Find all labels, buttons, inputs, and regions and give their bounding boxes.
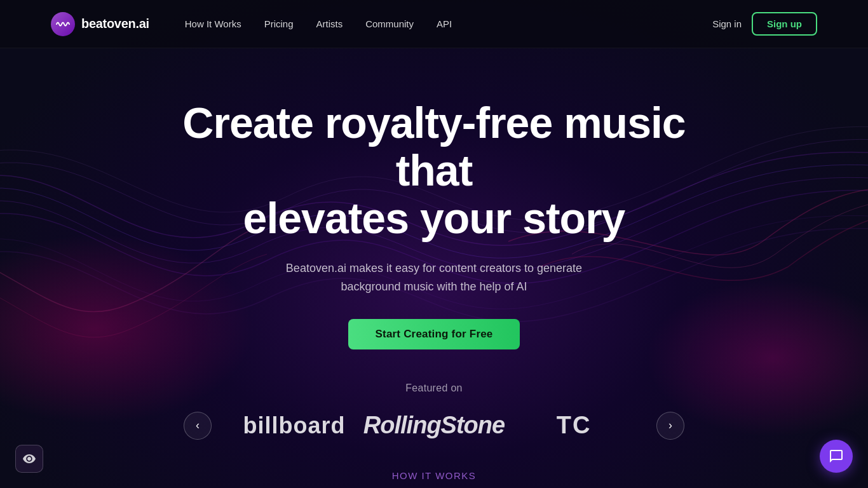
nav-api[interactable]: API <box>426 13 462 34</box>
chevron-left-icon: ‹ <box>196 419 200 432</box>
techcrunch-logo-text: TC <box>557 412 592 439</box>
hero-title-line1: Create royalty-free music that <box>182 98 685 194</box>
rollingstone-logo: RollingStone <box>364 412 504 439</box>
hero-title: Create royalty-free music that elevates … <box>148 99 720 241</box>
how-label: How It Works <box>0 470 868 481</box>
logo-waveform-icon <box>55 18 71 30</box>
sign-up-button[interactable]: Sign up <box>752 12 817 36</box>
nav-how-it-works[interactable]: How It Works <box>175 13 252 34</box>
carousel-prev-button[interactable]: ‹ <box>184 412 212 440</box>
navbar: beatoven.ai How It Works Pricing Artists… <box>0 0 868 48</box>
logo-icon <box>51 12 75 36</box>
billboard-logo: billboard <box>224 412 364 439</box>
hero-section: Create royalty-free music that elevates … <box>0 48 868 349</box>
techcrunch-logo: TC <box>504 412 644 439</box>
cta-button[interactable]: Start Creating for Free <box>348 319 519 349</box>
logos-row: ‹ billboard RollingStone TC › <box>0 412 868 440</box>
rollingstone-logo-text: RollingStone <box>363 412 505 439</box>
carousel-next-button[interactable]: › <box>656 412 684 440</box>
logo[interactable]: beatoven.ai <box>51 12 149 36</box>
how-section: How It Works Compose unique music for yo… <box>0 470 868 488</box>
featured-section: Featured on ‹ billboard RollingStone TC … <box>0 383 868 440</box>
sign-in-button[interactable]: Sign in <box>712 18 742 29</box>
chat-button[interactable] <box>820 440 853 473</box>
chat-icon <box>829 449 844 464</box>
navbar-right: Sign in Sign up <box>712 12 817 36</box>
logo-text: beatoven.ai <box>81 17 149 31</box>
navbar-left: beatoven.ai How It Works Pricing Artists… <box>51 12 462 36</box>
nav-links: How It Works Pricing Artists Community A… <box>175 13 462 34</box>
hero-title-line2: elevates your story <box>243 194 625 242</box>
chevron-right-icon: › <box>668 419 672 432</box>
featured-label: Featured on <box>0 383 868 394</box>
hero-subtitle: Beatoven.ai makes it easy for content cr… <box>269 259 599 296</box>
eye-button[interactable] <box>15 445 43 473</box>
nav-community[interactable]: Community <box>355 13 424 34</box>
billboard-logo-text: billboard <box>243 412 346 439</box>
nav-artists[interactable]: Artists <box>306 13 353 34</box>
eye-icon <box>23 454 36 463</box>
nav-pricing[interactable]: Pricing <box>254 13 304 34</box>
